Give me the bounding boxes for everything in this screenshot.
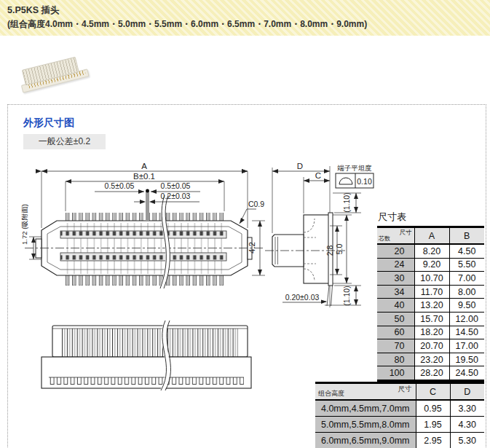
general-tolerance-label: 一般公差±0.2 [23,134,106,149]
page-title: 5.P5KS 插头 [7,4,60,17]
page-subtitle: (组合高度4.0mm・4.5mm・5.0mm・5.5mm・6.0mm・6.5mm… [7,18,367,31]
pin-count: 20 [377,244,414,258]
value-a: 18.20 [414,326,449,339]
size-table: 尺寸 芯数 A B 208.204.50 249.205.50 3010.707… [377,226,484,382]
corner-label-bottom: 芯数 [379,235,390,243]
stack-height-table: 尺寸 组合高度 C D 4.0mm,4.5mm,7.0mm0.953.30 5.… [315,382,484,448]
dim-chamfer-label: C0.9 [248,200,264,208]
col-header-a: A [414,227,449,245]
dim-height-label: 4.2 [248,242,256,254]
value-b: 5.50 [449,258,484,272]
pin-count: 34 [377,285,414,299]
value-b: 8.00 [449,285,484,299]
value-a: 11.70 [414,285,449,299]
col-header-b: B [449,227,484,245]
base-teeth [49,377,244,386]
value-c: 1.95 [416,417,450,433]
table-row: 6018.2014.50 [377,326,484,339]
pin-count: 100 [377,366,414,381]
pin-count: 24 [377,258,414,272]
value-c: 2.95 [416,433,450,448]
dim-inner-label: 2.8 [325,245,334,256]
value-b: 19.50 [449,353,484,366]
header-band: 5.P5KS 插头 (组合高度4.0mm・4.5mm・5.0mm・5.5mm・6… [0,0,490,36]
table-row: 7020.7017.00 [377,339,484,353]
dim-b-label: B±0.1 [133,172,155,181]
value-b: 17.00 [449,339,484,353]
value-a: 9.20 [414,258,449,272]
bottom-view-drawing [39,319,257,392]
pin-count: 70 [377,339,414,353]
dim-pitch-left-label: 0.5±0.05 [105,181,135,190]
table-row: 5.0mm,5.5mm,8.0mm1.954.30 [315,417,484,433]
dim-outer-label: 5.0 [335,244,344,255]
pin-count: 50 [377,312,414,326]
value-b: 24.50 [449,366,484,381]
pin-count: 30 [377,272,414,286]
contacts-top [60,231,226,238]
dim-c-label: C [315,171,321,180]
table-row: 6.0mm,6.5mm,9.0mm2.955.30 [315,433,484,448]
value-a: 28.20 [414,366,449,381]
value-c: 0.95 [416,400,450,417]
stack-height: 4.0mm,4.5mm,7.0mm [315,400,416,417]
value-a: 8.20 [414,244,449,258]
table-row: 3411.708.00 [377,285,484,299]
stack-height: 6.0mm,6.5mm,9.0mm [315,433,416,448]
pin-through-lines [64,223,224,274]
value-d: 4.30 [450,417,484,433]
table-row: 4013.209.50 [377,299,484,313]
pin-count: 80 [377,353,414,366]
value-b: 7.00 [449,272,484,286]
table-row: 4.0mm,4.5mm,7.0mm0.953.30 [315,400,484,417]
flatness-label: 端子平坦度 [337,164,372,172]
col-header-c: C [416,383,450,401]
dim-d-label: D [297,162,303,170]
height-table-corner-cell: 尺寸 组合高度 [315,383,416,401]
col-header-d: D [450,383,484,401]
contacts-bottom [60,253,226,261]
value-d: 3.30 [450,400,484,417]
table-row: 249.205.50 [377,258,484,272]
datasheet-page: 5.P5KS 插头 (组合高度4.0mm・4.5mm・5.0mm・5.5mm・6… [0,0,490,448]
side-view-drawing: D C 端子平坦度 0.10 (1.10) 2.8 5.0 [264,157,379,312]
table-row: 5015.7012.00 [377,312,484,326]
value-b: 14.50 [449,326,484,339]
dim-pin-width-label: 0.2±0.03 [161,192,191,200]
value-b: 9.50 [449,299,484,313]
pin-count: 40 [377,299,414,313]
value-a: 20.70 [414,339,449,353]
pin-count: 60 [377,326,414,339]
connector-photo-tilt [15,50,90,95]
bottom-pins-row [64,275,224,286]
table-row: 3010.707.00 [377,272,484,286]
dim-suction-label: 1.72 (吸附面) [20,204,28,245]
corner-label-bottom: 组合高度 [318,389,344,398]
dim-standoff-label: 0.20±0.03 [285,293,320,302]
value-b: 12.00 [449,312,484,326]
top-view-drawing: A B±0.1 0.5±0.05 0.5±0.05 0.2±0.03 1.72 … [19,157,270,303]
dim-a-label: A [141,162,147,170]
corner-label-top: 尺寸 [398,385,412,394]
flatness-value: 0.10 [357,177,372,186]
value-a: 13.20 [414,299,449,313]
comb-teeth [62,329,238,357]
size-table-title: 尺寸表 [378,211,406,224]
corner-label-top: 尺寸 [400,229,412,237]
value-a: 10.70 [414,272,449,286]
dim-tail-bottom-label: (1.10) [342,286,351,305]
dim-tail-top-label: (1.10) [342,192,351,212]
stack-height: 5.0mm,5.5mm,8.0mm [315,417,416,433]
section-title: 外形尺寸图 [23,117,74,130]
datum-dot [146,189,149,193]
value-a: 23.20 [414,353,449,366]
size-table-header-row: 尺寸 芯数 A B [377,227,484,245]
size-table-corner-cell: 尺寸 芯数 [377,227,414,245]
table-row: 8023.2019.50 [377,353,484,366]
value-d: 5.30 [450,433,484,448]
value-a: 15.70 [414,312,449,326]
left-tab [36,239,42,258]
top-pins-row [64,213,224,221]
height-table-header-row: 尺寸 组合高度 C D [315,383,484,401]
table-row: 208.204.50 [377,244,484,258]
